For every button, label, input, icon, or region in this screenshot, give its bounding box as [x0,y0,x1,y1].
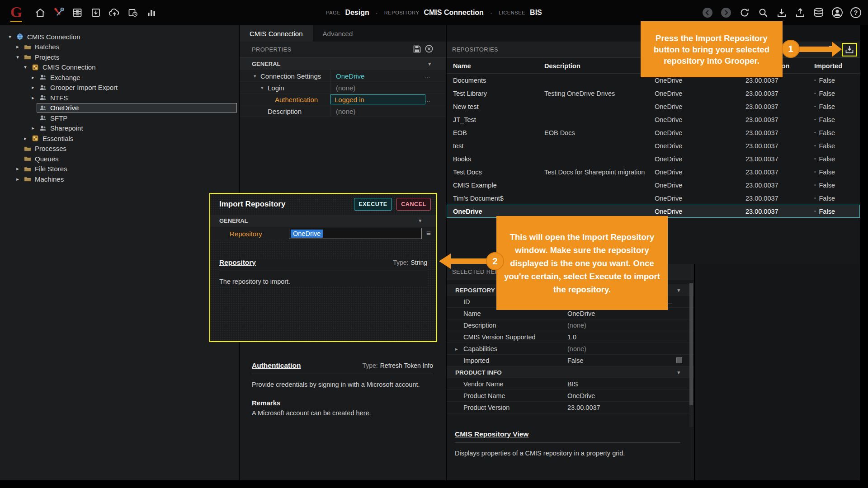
section-header-product-info[interactable]: PRODUCT INFO▾ [447,366,694,378]
chevron-right-icon[interactable]: ▸ [29,95,37,101]
tree-item-cmis-connection[interactable]: ▾CMIS Connection [0,32,239,42]
property-row-description[interactable]: Description(none) [447,319,694,331]
column-header-description[interactable]: Description [544,58,580,74]
chevron-right-icon[interactable]: ▸ [29,125,37,131]
import-repository-button[interactable] [842,43,857,56]
close-icon[interactable] [425,45,433,54]
chevron-right-icon[interactable]: ▸ [14,44,21,50]
dialog-general-section[interactable]: GENERAL ▾ [210,215,436,227]
property-row-login[interactable]: ▾Login(none) [240,82,446,94]
tree-item-sharepoint[interactable]: ▸Sharepoint [0,123,239,134]
cmis-repository-view-help: CMIS Repository View Displays properties… [455,430,680,458]
breadcrumb-value-licensee[interactable]: BIS [530,9,542,17]
menu-icon[interactable]: ≡ [426,227,431,240]
package-schedule-icon[interactable] [127,7,139,19]
property-row-imported[interactable]: ImportedFalse [447,355,694,366]
tree-item-cmis-connection[interactable]: ▾CMIS Connection [0,62,239,73]
cell-imported: •False [814,178,835,192]
property-row-capabilities[interactable]: ▸Capabilities(none) [447,343,694,355]
cloud-upload-icon[interactable] [108,7,120,19]
chevron-right-icon[interactable]: ▸ [29,75,37,80]
tree-item-machines[interactable]: ▸Machines [0,174,239,184]
home-icon[interactable] [34,7,46,19]
repository-row-jt-test[interactable]: JT_TestOneDrive23.00.0037•False [447,113,860,126]
download-icon[interactable] [776,7,788,19]
general-section-header[interactable]: GENERAL▾ [240,58,446,70]
user-account-icon[interactable] [831,7,843,19]
chevron-down-icon[interactable]: ▾ [261,82,264,94]
execute-button[interactable]: EXECUTE [354,198,392,211]
chevron-right-icon[interactable]: ▸ [22,136,29,141]
breadcrumb-value-repository[interactable]: CMIS Connection [424,9,483,17]
stats-chart-icon[interactable] [146,7,157,19]
cell-imported: •False [814,139,835,152]
property-row-description[interactable]: Description(none) [240,105,446,117]
save-icon[interactable] [413,45,421,54]
property-editor[interactable]: Logged in [330,94,425,104]
tree-item-queues[interactable]: Queues [0,154,239,164]
chevron-down-icon[interactable]: ▾ [6,34,14,40]
tree-item-sftp[interactable]: SFTP [0,113,239,123]
chevron-down-icon[interactable]: ▾ [14,54,21,60]
search-icon[interactable] [757,7,769,19]
property-row-authentication[interactable]: AuthenticationLogged in… [240,94,446,105]
repository-row-eob[interactable]: EOBEOB DocsOneDrive23.00.0037•False [447,126,860,139]
chevron-right-icon[interactable]: ▸ [14,166,21,172]
tree-item-file-stores[interactable]: ▸File Stores [0,164,239,174]
back-icon[interactable] [702,7,713,19]
chevron-down-icon[interactable]: ▾ [254,70,256,82]
database-stack-icon[interactable] [813,7,825,19]
forward-icon[interactable] [720,7,732,19]
batch-archive-icon[interactable] [71,7,83,19]
property-value[interactable]: (none) [336,105,355,117]
tab-cmis-connection[interactable]: CMIS Connection [240,25,313,42]
tree-item-ntfs[interactable]: ▸NTFS [0,93,239,103]
upload-icon[interactable] [794,7,806,19]
tree-item-processes[interactable]: Processes [0,144,239,154]
package-import-icon[interactable] [90,7,102,19]
tree-item-grooper-import-export[interactable]: ▸Grooper Import Export [0,83,239,93]
tree-item-essentials[interactable]: ▸Essentials [0,133,239,144]
repository-row-tim-s-document[interactable]: Tim's Document$OneDrive23.00.0037•False [447,192,860,205]
scrollbar-thumb[interactable] [689,283,693,405]
tab-advanced[interactable]: Advanced [313,25,363,42]
property-row-connection-settings[interactable]: ▾Connection SettingsOneDrive… [240,70,446,82]
help-icon[interactable]: ? [850,7,862,19]
repository-field-row[interactable]: Repository OneDrive ≡ [210,227,436,240]
scrollbar[interactable] [689,283,693,427]
tree-item-projects[interactable]: ▾Projects [0,52,239,62]
chevron-right-icon[interactable]: ▸ [29,84,37,90]
chevron-down-icon[interactable]: ▾ [22,64,29,70]
property-row-product-version[interactable]: Product Version23.00.0037 [447,402,694,413]
property-row-cmis-version-supported[interactable]: CMIS Version Supported1.0 [447,331,694,343]
chevron-down-icon: ▾ [677,370,680,375]
property-value[interactable]: OneDrive [336,70,364,82]
tools-icon[interactable] [53,7,65,19]
step-2-badge: 2 [486,252,504,270]
tree-item-exchange[interactable]: ▸Exchange [0,72,239,83]
refresh-icon[interactable] [739,7,750,19]
column-header-name[interactable]: Name [453,58,471,74]
tree-item-onedrive[interactable]: OneDrive [0,103,239,113]
repository-input[interactable]: OneDrive [289,228,422,239]
column-header-imported[interactable]: Imported [814,58,842,74]
ellipsis-button[interactable]: … [424,70,430,82]
property-value[interactable]: (none) [336,82,355,94]
repository-row-cmis-example[interactable]: CMIS ExampleOneDrive23.00.0037•False [447,178,860,192]
grooper-logo-icon[interactable]: G [7,3,25,23]
property-row-product-name[interactable]: Product NameOneDrive [447,390,694,402]
cancel-button[interactable]: CANCEL [396,198,431,211]
repository-row-test[interactable]: testOneDrive23.00.0037•False [447,139,860,152]
here-link[interactable]: here [356,409,369,417]
breadcrumb-value-page[interactable]: Design [345,9,369,17]
repository-row-test-library[interactable]: Test LibraryTesting OneDrive DrivesOneDr… [447,87,860,100]
tree-item-batches[interactable]: ▸Batches [0,42,239,52]
properties-header-label: PROPERTIES [252,46,292,53]
property-row-vendor-name[interactable]: Vendor NameBIS [447,378,694,390]
checkbox[interactable] [676,357,682,363]
repository-row-test-docs[interactable]: Test DocsTest Docs for Sharepoint migrat… [447,165,860,178]
repository-row-books[interactable]: BooksOneDrive23.00.0037•False [447,152,860,165]
repository-row-new-test[interactable]: New testOneDrive23.00.0037•False [447,100,860,113]
chevron-right-icon[interactable]: ▸ [455,343,458,355]
chevron-right-icon[interactable]: ▸ [14,176,21,182]
